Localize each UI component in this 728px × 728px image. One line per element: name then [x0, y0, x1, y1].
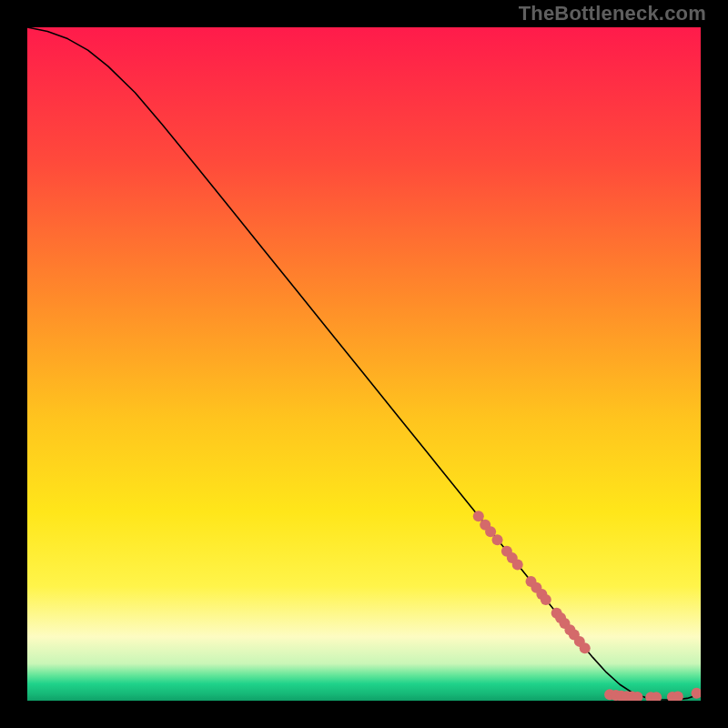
highlight-point — [541, 594, 551, 605]
highlight-point — [512, 560, 523, 571]
plot-area — [27, 27, 701, 701]
heatmap-background — [27, 27, 701, 701]
chart-frame: TheBottleneck.com — [0, 0, 728, 728]
plot-svg — [27, 27, 701, 701]
highlight-point — [580, 642, 591, 653]
highlight-point — [492, 534, 503, 545]
highlight-point — [473, 511, 484, 521]
watermark-label: TheBottleneck.com — [519, 2, 706, 25]
